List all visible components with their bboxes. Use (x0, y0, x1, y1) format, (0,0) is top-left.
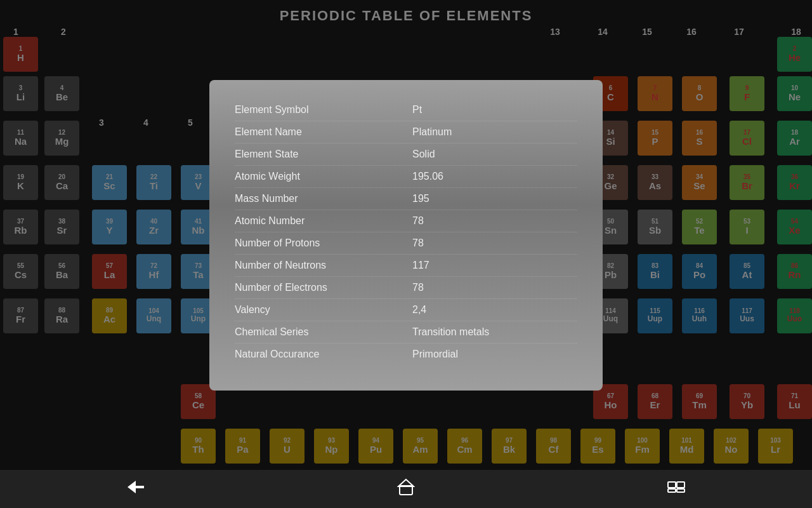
modal-row-mass: Mass Number 195 (235, 188, 577, 210)
value-neutrons: 117 (400, 260, 577, 271)
value-symbol: Pt (400, 104, 577, 116)
label-symbol: Element Symbol (235, 104, 400, 116)
svg-rect-1 (134, 486, 144, 488)
modal-row-state: Element State Solid (235, 144, 577, 166)
label-mass: Mass Number (235, 193, 400, 204)
svg-rect-2 (400, 486, 412, 495)
modal-row-name: Element Name Platinum (235, 121, 577, 144)
recent-icon (667, 479, 686, 495)
svg-rect-7 (677, 489, 684, 492)
modal-row-series: Chemical Series Transition metals (235, 321, 577, 344)
value-protons: 78 (400, 237, 577, 249)
modal-row-atomic-number: Atomic Number 78 (235, 210, 577, 232)
modal-row-electrons: Number of Electrons 78 (235, 277, 577, 299)
label-weight: Atomic Weight (235, 171, 400, 182)
svg-rect-5 (677, 482, 684, 488)
label-valency: Valency (235, 304, 400, 316)
value-series: Transition metals (400, 326, 577, 338)
label-neutrons: Number of Neutrons (235, 260, 400, 271)
modal-row-weight: Atomic Weight 195.06 (235, 166, 577, 188)
modal-overlay[interactable]: Element Symbol Pt Element Name Platinum … (0, 0, 812, 470)
label-state: Element State (235, 149, 400, 160)
back-button[interactable] (126, 479, 145, 498)
value-valency: 2,4 (400, 304, 577, 316)
label-protons: Number of Protons (235, 237, 400, 249)
navigation-bar (0, 470, 812, 508)
modal-row-symbol: Element Symbol Pt (235, 99, 577, 121)
modal-row-occurrence: Natural Occurance Primordial (235, 344, 577, 365)
label-occurrence: Natural Occurance (235, 349, 400, 360)
element-detail-modal: Element Symbol Pt Element Name Platinum … (209, 80, 603, 391)
home-icon (397, 478, 415, 496)
modal-row-neutrons: Number of Neutrons 117 (235, 255, 577, 277)
value-mass: 195 (400, 193, 577, 204)
back-icon (126, 479, 145, 495)
label-series: Chemical Series (235, 326, 400, 338)
value-atomic-number: 78 (400, 215, 577, 227)
value-electrons: 78 (400, 282, 577, 293)
modal-row-protons: Number of Protons 78 (235, 232, 577, 255)
value-name: Platinum (400, 126, 577, 138)
label-atomic-number: Atomic Number (235, 215, 400, 227)
value-weight: 195.06 (400, 171, 577, 182)
value-state: Solid (400, 149, 577, 160)
svg-rect-4 (668, 482, 676, 488)
home-button[interactable] (397, 478, 415, 500)
value-occurrence: Primordial (400, 349, 577, 360)
modal-row-valency: Valency 2,4 (235, 299, 577, 321)
label-electrons: Number of Electrons (235, 282, 400, 293)
svg-rect-6 (668, 489, 676, 492)
recent-button[interactable] (667, 479, 686, 498)
label-name: Element Name (235, 126, 400, 138)
